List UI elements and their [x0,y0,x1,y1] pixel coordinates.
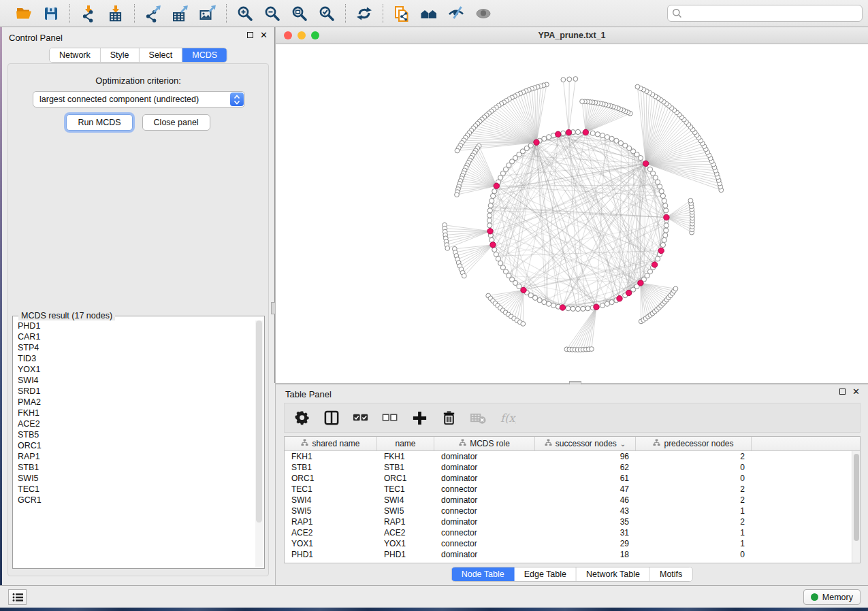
settings-gear-icon[interactable] [294,408,311,428]
table-cell: SWI4 [377,495,434,506]
column-header-name[interactable]: name [377,437,434,450]
zoom-selected-icon[interactable] [315,3,338,24]
table-row[interactable]: PHD1PHD1dominator180 [285,549,860,560]
table-panel-title: Table Panel [285,389,332,399]
close-icon[interactable]: ✕ [852,389,860,395]
deselect-all-icon[interactable] [382,408,399,428]
mcds-result-item[interactable]: GCR1 [14,495,255,506]
mcds-result-item[interactable]: YOX1 [14,364,255,375]
zoom-fit-icon[interactable] [288,3,311,24]
tab-edge-table[interactable]: Edge Table [515,567,577,581]
show-all-icon[interactable] [472,3,495,24]
export-network-icon[interactable] [142,3,165,24]
mcds-result-item[interactable]: PMA2 [14,397,255,408]
network-window-titlebar[interactable]: YPA_prune.txt_1 [276,27,868,44]
refresh-icon[interactable] [353,3,376,24]
table-cell: STB1 [377,462,434,473]
mcds-result-item[interactable]: SRD1 [14,386,255,397]
close-panel-button[interactable]: Close panel [142,114,210,131]
table-cell: connector [434,527,535,538]
mcds-result-list[interactable]: PHD1CAR1STP4TID3YOX1SWI4SRD1PMA2FKH1ACE2… [14,320,255,567]
export-table-icon[interactable] [169,3,192,24]
column-header-MCDS-role[interactable]: MCDS role [434,437,535,450]
delete-column-icon[interactable] [440,408,457,428]
memory-button[interactable]: Memory [803,589,861,605]
table-scrollbar[interactable] [852,451,860,563]
zoom-in-icon[interactable] [234,3,257,24]
mcds-result-item[interactable]: FKH1 [14,408,255,418]
table-cell: 43 [535,506,636,516]
table-cell: YOX1 [285,538,377,549]
table-cell: dominator [434,451,535,462]
run-mcds-button[interactable]: Run MCDS [66,114,132,131]
add-column-icon[interactable] [411,408,428,428]
optimization-criterion-select[interactable]: largest connected component (undirected) [33,91,245,108]
hide-selected-icon[interactable] [445,3,468,24]
table-panel: Table Panel ✕ f(x) shared namenameMCDS r… [275,384,868,585]
column-type-icon [301,439,308,448]
table-row[interactable]: SWI4SWI4dominator462 [285,495,860,506]
mcds-result-item[interactable]: STB5 [14,429,255,440]
mcds-result-item[interactable]: ACE2 [14,418,255,429]
table-row[interactable]: STB1STB1dominator620 [285,462,860,473]
mcds-result-item[interactable]: TID3 [14,353,255,364]
search-box [667,5,863,22]
search-input[interactable] [667,5,863,22]
export-image-icon[interactable] [196,3,219,24]
memory-label: Memory [822,593,853,602]
table-row[interactable]: FKH1FKH1dominator962 [285,451,860,462]
mcds-result-item[interactable]: CAR1 [14,331,255,342]
table-cell: 35 [535,516,636,527]
tab-select[interactable]: Select [140,48,183,62]
import-table-icon[interactable] [104,3,127,24]
mcds-result-item[interactable]: RAP1 [14,451,255,462]
result-list-scrollbar[interactable] [255,320,263,567]
mcds-result-item[interactable]: SWI5 [14,473,255,484]
mcds-result-item[interactable]: TEC1 [14,484,255,495]
table-row[interactable]: RAP1RAP1dominator352 [285,516,860,527]
table-row[interactable]: SWI5SWI5connector431 [285,506,860,516]
mcds-result-item[interactable]: SWI4 [14,375,255,386]
tab-node-table[interactable]: Node Table [452,567,515,581]
table-panel-tabs: Node TableEdge TableNetwork TableMotifs [451,567,693,582]
column-header-successor-nodes[interactable]: successor nodes⌄ [535,437,636,450]
table-cell: 1 [636,538,752,549]
table-row[interactable]: TEC1TEC1connector472 [285,484,860,495]
close-icon[interactable]: ✕ [260,32,268,38]
table-cell: dominator [434,462,535,473]
task-list-icon[interactable] [8,589,27,605]
mcds-result-item[interactable]: STP4 [14,342,255,353]
tab-network[interactable]: Network [50,48,101,62]
first-neighbors-icon[interactable] [417,3,440,24]
mcds-result-item[interactable]: STB1 [14,462,255,473]
open-file-icon[interactable] [12,3,35,24]
column-header-predecessor-nodes[interactable]: predecessor nodes [636,437,752,450]
dropdown-spinner-icon [230,93,244,106]
optimization-criterion-value: largest connected component (undirected) [33,95,230,104]
column-selector-icon[interactable] [323,408,340,428]
save-session-icon[interactable] [39,3,63,24]
table-cell: 2 [636,516,752,527]
table-row[interactable]: ORC1ORC1dominator610 [285,473,860,484]
column-type-icon [459,439,466,448]
table-row[interactable]: ACE2ACE2connector311 [285,527,860,538]
column-header-shared-name[interactable]: shared name [285,437,377,450]
float-icon[interactable] [839,389,846,395]
tab-mcds[interactable]: MCDS [182,48,227,62]
table-row[interactable]: YOX1YOX1connector291 [285,538,860,549]
tab-motifs[interactable]: Motifs [650,567,692,581]
network-canvas[interactable] [276,45,868,383]
mcds-result-item[interactable]: ORC1 [14,440,255,451]
search-icon [672,8,682,21]
control-panel-tabs: NetworkStyleSelectMCDS [49,48,227,63]
column-type-icon [653,439,660,448]
import-network-icon[interactable] [77,3,100,24]
zoom-out-icon[interactable] [261,3,284,24]
select-all-icon[interactable] [353,408,370,428]
tab-network-table[interactable]: Network Table [577,567,650,581]
clone-network-icon[interactable] [390,3,413,24]
table-cell: FKH1 [377,451,434,462]
mcds-result-item[interactable]: PHD1 [14,320,255,331]
float-icon[interactable] [247,32,253,38]
tab-style[interactable]: Style [101,48,140,62]
